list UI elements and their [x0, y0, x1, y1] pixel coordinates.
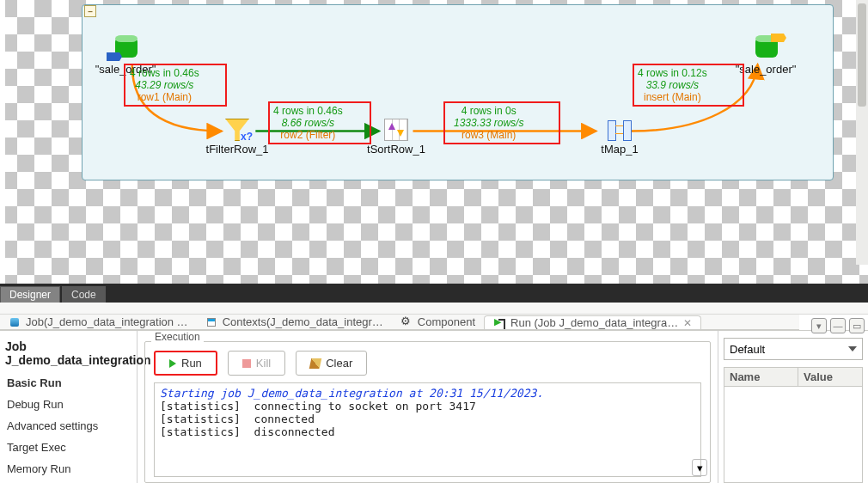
button-label: Run — [181, 357, 202, 370]
run-mode-target[interactable]: Target Exec — [0, 437, 137, 458]
job-icon — [9, 316, 21, 328]
caret-down-icon — [848, 346, 857, 352]
node-source-db[interactable]: "sale_order" — [74, 35, 177, 76]
combo-value: Default — [730, 343, 765, 356]
sash-gap[interactable] — [0, 303, 868, 315]
context-section: Default Name Value — [718, 331, 868, 483]
console-scroll-down[interactable]: ▾ — [692, 459, 707, 476]
node-tmap[interactable]: tMap_1 — [568, 119, 671, 156]
bottom-view-tabbar: Job(J_demo_data_integration … Contexts(J… — [0, 315, 799, 330]
contexts-icon — [205, 316, 217, 328]
view-corner-controls: ▾ — ▭ — [811, 318, 865, 333]
run-mode-memory[interactable]: Memory Run — [0, 458, 137, 480]
run-mode-list: Basic Run Debug Run Advanced settings Ta… — [0, 372, 137, 480]
flow-label-insert: 4 rows in 0.12s 33.9 rows/s insert (Main… — [638, 67, 707, 103]
tab-job[interactable]: Job(J_demo_data_integration … — [0, 315, 197, 328]
filter-icon: x? — [225, 119, 249, 141]
tab-label: Contexts(J_demo_data_integr… — [223, 315, 383, 328]
node-sort[interactable]: tSortRow_1 — [345, 119, 448, 156]
execution-label: Execution — [151, 331, 204, 343]
play-icon — [169, 359, 176, 368]
flow-label-row3: 4 rows in 0s 1333.33 rows/s row3 (Main) — [454, 105, 523, 141]
node-label: "sale_order" — [74, 63, 177, 76]
col-name: Name — [724, 368, 798, 386]
database-output-icon — [750, 35, 781, 61]
run-panel-sidebar: Job J_demo_data_integration Basic Run De… — [0, 331, 138, 483]
tab-component[interactable]: Component — [392, 315, 484, 328]
tab-list-button[interactable]: ▾ — [811, 318, 827, 333]
job-title: Job J_demo_data_integration — [0, 331, 137, 372]
node-label: tSortRow_1 — [345, 143, 448, 156]
database-input-icon — [110, 35, 141, 61]
execution-section: Execution Run Kill Clear S — [138, 331, 718, 483]
job-subprocess-frame[interactable]: – — [82, 4, 834, 180]
col-value: Value — [798, 368, 862, 386]
tab-contexts[interactable]: Contexts(J_demo_data_integr… — [197, 315, 392, 328]
node-label: tFilterRow_1 — [186, 143, 289, 156]
run-button[interactable]: Run — [154, 351, 217, 376]
component-icon — [400, 316, 413, 328]
canvas-scrollbar-vertical[interactable] — [856, 0, 868, 265]
node-label: "sale_order" — [714, 63, 817, 76]
close-icon[interactable]: ✕ — [683, 317, 692, 329]
run-panel: Job J_demo_data_integration Basic Run De… — [0, 330, 868, 483]
highlight-box — [443, 101, 560, 144]
run-mode-basic[interactable]: Basic Run — [0, 372, 137, 394]
tab-code[interactable]: Code — [62, 286, 106, 303]
collapse-handle[interactable]: – — [84, 5, 96, 17]
ruler-vertical — [0, 0, 5, 284]
button-label: Kill — [256, 357, 271, 370]
minimize-view-button[interactable]: — — [830, 318, 846, 333]
node-target-db[interactable]: "sale_order" — [714, 35, 817, 76]
run-mode-advanced[interactable]: Advanced settings — [0, 415, 137, 437]
sort-icon — [384, 119, 408, 141]
maximize-view-button[interactable]: ▭ — [849, 318, 865, 333]
designer-code-tabbar: Designer Code — [0, 284, 868, 303]
tab-label: Job(J_demo_data_integration … — [26, 315, 188, 328]
broom-icon — [309, 358, 322, 369]
tab-designer[interactable]: Designer — [0, 286, 60, 303]
tab-label: Component — [418, 315, 475, 328]
stop-icon — [242, 359, 251, 368]
button-label: Clear — [326, 357, 352, 370]
kill-button[interactable]: Kill — [228, 351, 285, 376]
context-combo[interactable]: Default — [724, 338, 863, 360]
node-label: tMap_1 — [568, 143, 671, 156]
console-output[interactable]: Starting job J_demo_data_integration at … — [154, 382, 701, 477]
designer-canvas[interactable]: – — [0, 0, 868, 284]
tab-label: Run (Job J_demo_data_integra… — [510, 316, 678, 329]
node-filter[interactable]: x? tFilterRow_1 — [186, 119, 289, 156]
clear-button[interactable]: Clear — [296, 351, 367, 376]
tab-run[interactable]: Run (Job J_demo_data_integra… ✕ — [484, 315, 701, 330]
execution-toolbar: Run Kill Clear — [154, 351, 701, 376]
tmap-icon — [608, 119, 632, 141]
run-mode-debug[interactable]: Debug Run — [0, 394, 137, 415]
context-vars-table[interactable]: Name Value — [724, 367, 863, 483]
run-icon — [493, 317, 505, 329]
